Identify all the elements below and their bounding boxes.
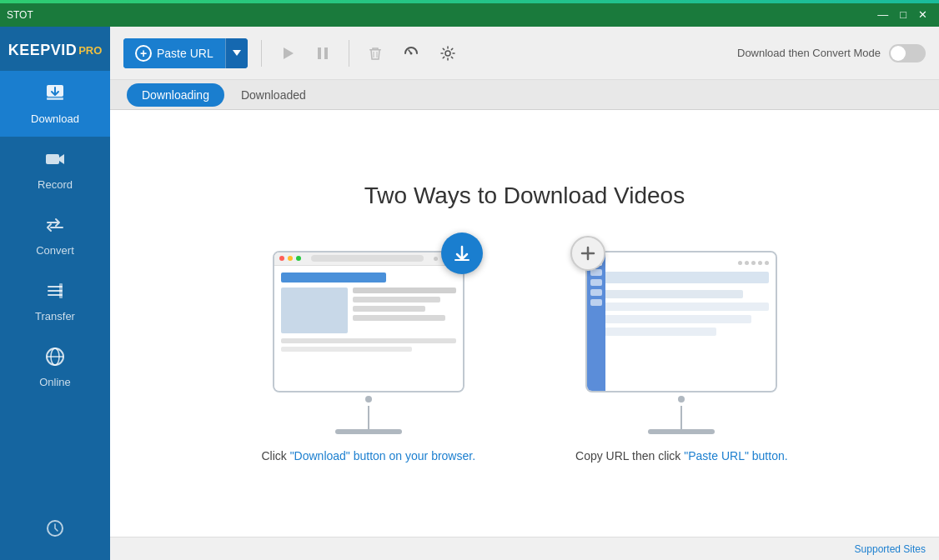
tab-downloaded[interactable]: Downloaded [224,80,323,110]
illus-1-highlight: "Download" button on your browser. [290,449,475,462]
svg-point-14 [409,52,412,54]
monitor-2 [585,251,777,392]
illus-item-2: Copy URL then click "Paste URL" button. [575,251,788,465]
mode-toggle[interactable] [889,44,926,62]
toolbar-separator-2 [349,40,349,67]
win-minimize-btn[interactable]: — [872,6,893,24]
paste-url-main[interactable]: + Paste URL [123,38,225,68]
toolbar-separator-1 [261,40,262,67]
mode-label: Download then Convert Mode [737,47,881,59]
sidebar-item-record[interactable]: Record [0,137,110,202]
paste-url-button[interactable]: + Paste URL [123,38,248,68]
paste-url-label: Paste URL [157,47,213,60]
convert-icon [44,214,66,241]
svg-rect-3 [59,283,63,298]
monitor-1 [273,251,464,392]
download-icon [44,82,66,109]
transfer-icon [44,280,66,307]
illus-item-1: Click "Download" button on your browser. [261,251,475,465]
sidebar-convert-label: Convert [36,244,74,257]
speed-button[interactable] [398,40,424,67]
sidebar-item-online[interactable]: Online [0,334,110,400]
main-heading: Two Ways to Download Videos [364,182,685,209]
toolbar: + Paste URL [110,27,939,80]
side-panel [587,252,605,391]
illus-2-caption: Copy URL then click "Paste URL" button. [575,448,788,465]
win-controls: — □ ✕ [872,6,932,24]
sidebar-record-label: Record [38,178,73,191]
paste-url-plus-icon: + [135,45,152,62]
toolbar-right: Download then Convert Mode [737,44,926,62]
clock-icon[interactable] [38,511,73,550]
logo-text: KEEPVID [8,42,78,59]
svg-rect-2 [46,154,59,164]
title-bar: STOT — □ ✕ [0,3,939,27]
sidebar-item-transfer[interactable]: Transfer [0,268,110,334]
win-maximize-btn[interactable]: □ [895,6,911,24]
logo-pro: PRO [78,44,102,57]
logo: KEEPVID PRO [0,35,110,71]
record-icon [44,148,66,175]
svg-rect-9 [318,48,321,59]
win-close-btn[interactable]: ✕ [913,6,932,24]
sidebar-item-download[interactable]: Download [0,71,110,137]
supported-sites-link[interactable]: Supported Sites [855,543,926,555]
sidebar-download-label: Download [31,112,79,125]
illustrations: Click "Download" button on your browser. [261,251,787,465]
svg-marker-8 [284,48,294,59]
illus-2-highlight: "Paste URL" button. [684,449,787,462]
svg-rect-1 [47,98,63,100]
sidebar-item-convert[interactable]: Convert [0,202,110,268]
main-content: Two Ways to Download Videos [110,110,939,537]
svg-point-15 [445,51,450,56]
title-bar-text: STOT [7,9,33,21]
toggle-knob [891,46,906,61]
bottom-bar: Supported Sites [110,537,939,560]
pause-button[interactable] [310,41,335,66]
tab-downloading[interactable]: Downloading [127,83,224,107]
sidebar-transfer-label: Transfer [35,310,75,322]
tabs-bar: Downloading Downloaded [110,80,939,110]
play-button[interactable] [275,41,300,66]
sidebar: KEEPVID PRO Download [0,27,110,560]
illus-1-caption: Click "Download" button on your browser. [261,448,475,465]
plus-bubble [570,236,605,271]
paste-url-dropdown[interactable] [225,38,248,68]
sidebar-online-label: Online [39,376,71,388]
online-icon [44,346,66,372]
delete-button[interactable] [363,41,388,66]
svg-rect-10 [324,48,328,59]
sidebar-bottom [0,511,110,560]
settings-button[interactable] [434,40,461,67]
download-bubble [441,232,483,274]
content-area: + Paste URL [110,27,939,560]
